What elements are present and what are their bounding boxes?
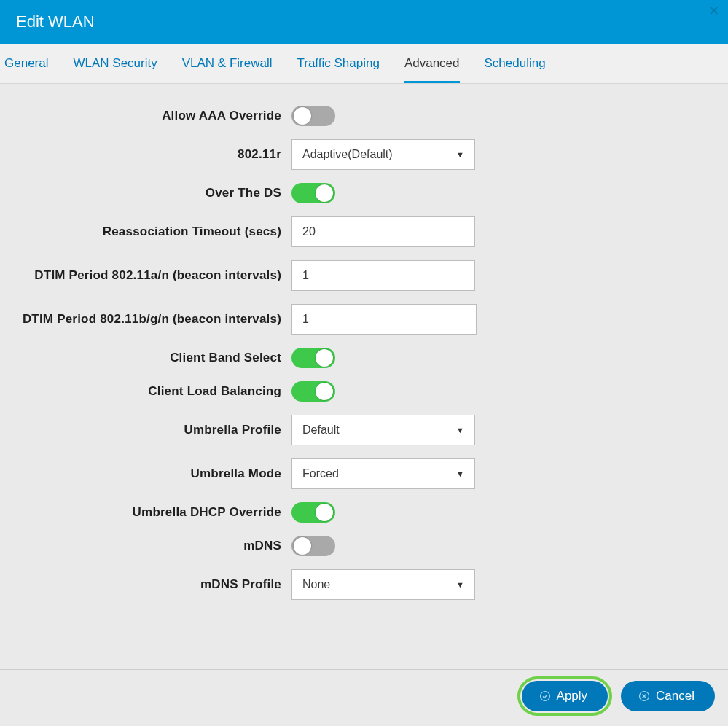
client-load-balancing-label: Client Load Balancing	[0, 384, 281, 399]
tab-advanced[interactable]: Advanced	[404, 44, 460, 83]
umbrella-profile-label: Umbrella Profile	[0, 423, 281, 437]
mdns-label: mDNS	[0, 539, 281, 553]
reassociation-timeout-label: Reassociation Timeout (secs)	[0, 225, 281, 239]
apply-highlight: Apply	[517, 676, 613, 716]
chevron-down-icon: ▼	[456, 150, 464, 159]
umbrella-mode-label: Umbrella Mode	[0, 467, 281, 481]
title-bar: Edit WLAN ✕	[0, 0, 728, 44]
dtim-an-input[interactable]	[291, 260, 475, 291]
tab-bar: General WLAN Security VLAN & Firewall Tr…	[0, 44, 728, 84]
80211r-value: Adaptive(Default)	[302, 148, 393, 161]
tab-traffic-shaping[interactable]: Traffic Shaping	[297, 44, 380, 83]
footer-bar: Apply Cancel	[0, 670, 728, 722]
chevron-down-icon: ▼	[456, 469, 464, 478]
apply-button[interactable]: Apply	[522, 681, 608, 711]
tab-scheduling[interactable]: Scheduling	[485, 44, 546, 83]
apply-label: Apply	[557, 689, 588, 703]
tab-general[interactable]: General	[4, 44, 48, 83]
svg-point-0	[540, 692, 549, 701]
umbrella-profile-value: Default	[302, 424, 340, 437]
allow-aaa-override-label: Allow AAA Override	[0, 109, 281, 123]
umbrella-mode-value: Forced	[302, 467, 339, 480]
tab-wlan-security[interactable]: WLAN Security	[73, 44, 157, 83]
mdns-profile-select[interactable]: None ▼	[291, 569, 475, 600]
over-the-ds-toggle[interactable]	[291, 183, 335, 203]
umbrella-dhcp-override-label: Umbrella DHCP Override	[0, 505, 281, 520]
close-icon[interactable]: ✕	[708, 3, 719, 19]
page-title: Edit WLAN	[16, 12, 95, 31]
umbrella-profile-select[interactable]: Default ▼	[291, 415, 475, 445]
allow-aaa-override-toggle[interactable]	[291, 106, 335, 126]
cancel-button[interactable]: Cancel	[621, 681, 715, 711]
80211r-select[interactable]: Adaptive(Default) ▼	[291, 139, 475, 170]
advanced-form: Allow AAA Override 802.11r Adaptive(Defa…	[0, 84, 728, 670]
cancel-label: Cancel	[656, 689, 694, 703]
mdns-toggle[interactable]	[291, 536, 335, 556]
dtim-bgn-label: DTIM Period 802.11b/g/n (beacon interval…	[0, 312, 281, 327]
umbrella-mode-select[interactable]: Forced ▼	[291, 458, 475, 489]
dtim-an-label: DTIM Period 802.11a/n (beacon intervals)	[0, 268, 281, 283]
reassociation-timeout-input[interactable]	[291, 216, 475, 247]
check-icon	[539, 690, 551, 702]
mdns-profile-label: mDNS Profile	[0, 577, 281, 592]
umbrella-dhcp-override-toggle[interactable]	[291, 502, 335, 523]
cancel-icon	[638, 690, 650, 702]
mdns-profile-value: None	[302, 578, 330, 591]
chevron-down-icon: ▼	[456, 426, 464, 434]
dtim-bgn-input[interactable]	[291, 304, 477, 335]
client-band-select-toggle[interactable]	[291, 348, 335, 368]
tab-vlan-firewall[interactable]: VLAN & Firewall	[182, 44, 273, 83]
80211r-label: 802.11r	[0, 147, 281, 162]
over-the-ds-label: Over The DS	[0, 186, 281, 200]
client-band-select-label: Client Band Select	[0, 351, 281, 365]
client-load-balancing-toggle[interactable]	[291, 381, 335, 402]
chevron-down-icon: ▼	[456, 580, 464, 589]
